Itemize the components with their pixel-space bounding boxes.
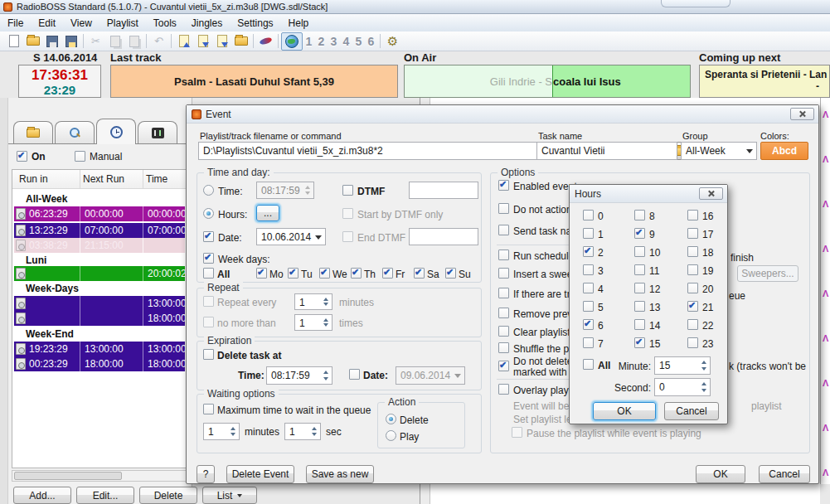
spin-up-icon[interactable] [701, 361, 706, 364]
end-dtmf-field[interactable] [409, 228, 478, 245]
end-dtmf-checkbox[interactable] [342, 231, 353, 242]
cut-button[interactable]: ✂ [86, 33, 105, 50]
menu-file[interactable]: File [0, 16, 31, 31]
expiration-date-checkbox[interactable] [349, 369, 360, 380]
jingle-slot-1[interactable]: 1 [303, 35, 315, 48]
copy-button[interactable] [105, 33, 124, 50]
schedule-row[interactable]: 00:23:29 18:00:00 18:00:00 [14, 356, 185, 371]
hour-15-checkbox[interactable] [634, 337, 645, 348]
enabled-event-checkbox[interactable] [498, 180, 509, 191]
new-playlist-button[interactable] [4, 33, 23, 50]
hour-20-checkbox[interactable] [687, 283, 698, 293]
hours-ellipsis-button[interactable]: ... [256, 205, 279, 221]
expiration-date-combobox[interactable]: 09.06.2014 [396, 366, 465, 385]
spin-down-icon[interactable] [323, 303, 328, 306]
hour-8-checkbox[interactable] [634, 210, 645, 220]
day-we-checkbox[interactable] [319, 268, 330, 279]
window-caption-buttons[interactable] [661, 0, 730, 7]
tab-scheduler[interactable] [96, 119, 136, 144]
jingle-add-end-button[interactable] [212, 33, 231, 50]
hour-10-checkbox[interactable] [634, 246, 645, 257]
list-button[interactable]: List [202, 487, 257, 504]
event-ok-button[interactable]: OK [696, 465, 745, 483]
hour-3-checkbox[interactable] [583, 264, 594, 275]
send-task-checkbox[interactable] [498, 225, 509, 235]
day-all-checkbox[interactable] [203, 268, 214, 279]
network-button[interactable] [281, 32, 303, 51]
date-checkbox[interactable] [203, 231, 214, 242]
hour-22-checkbox[interactable] [687, 319, 698, 330]
menu-settings[interactable]: Settings [230, 16, 280, 31]
hour-16-checkbox[interactable] [687, 210, 698, 220]
help-button[interactable]: ? [197, 465, 215, 483]
sweepers-button[interactable]: Sweepers... [737, 265, 798, 282]
tab-mixer[interactable] [138, 121, 177, 143]
schedule-row[interactable]: 13:23:29 07:00:00 07:00:00 [14, 223, 185, 238]
schedule-row[interactable]: 18:00:00 [14, 311, 185, 326]
event-cancel-button[interactable]: Cancel [759, 465, 810, 483]
schedule-row[interactable]: 19:23:29 13:00:00 13:00:00 [14, 342, 185, 356]
hour-5-checkbox[interactable] [583, 301, 594, 312]
hour-1-checkbox[interactable] [583, 228, 594, 239]
event-dialog-titlebar[interactable]: Event [187, 105, 818, 124]
wait-minutes-spinner[interactable]: 1 [203, 423, 240, 440]
delete-event-button[interactable]: Delete Event [226, 465, 294, 483]
jingle-slot-5[interactable]: 5 [352, 35, 365, 48]
spin-down-icon[interactable] [312, 433, 317, 436]
hour-0-checkbox[interactable] [583, 210, 594, 220]
column-time[interactable]: Time [146, 173, 167, 185]
overlay-checkbox[interactable] [498, 384, 509, 395]
action-delete-radio[interactable] [386, 414, 396, 424]
hour-19-checkbox[interactable] [687, 264, 698, 275]
hour-23-checkbox[interactable] [687, 337, 698, 348]
menu-playlist[interactable]: Playlist [100, 16, 146, 31]
hour-17-checkbox[interactable] [687, 228, 698, 239]
spin-down-icon[interactable] [701, 367, 706, 371]
tab-search[interactable] [55, 121, 95, 143]
repeat-every-spinner[interactable]: 1 [294, 293, 332, 310]
add-button[interactable]: Add... [13, 487, 71, 504]
hours-all-checkbox[interactable] [583, 359, 594, 370]
colors-button[interactable]: Abcd [760, 142, 808, 160]
edit-button[interactable]: Edit... [76, 487, 134, 504]
spin-up-icon[interactable] [305, 186, 310, 189]
jingle-add-next-button[interactable] [193, 33, 212, 50]
day-fr-checkbox[interactable] [382, 268, 393, 279]
spin-up-icon[interactable] [231, 427, 235, 430]
hour-2-checkbox[interactable] [583, 246, 594, 257]
jingle-folder-button[interactable] [231, 33, 250, 50]
day-sa-checkbox[interactable] [414, 268, 425, 279]
schedule-row[interactable]: 06:23:29 00:00:00 00:00:00 [14, 206, 185, 221]
spin-down-icon[interactable] [323, 323, 328, 327]
hour-14-checkbox[interactable] [634, 319, 645, 330]
spin-down-icon[interactable] [701, 389, 706, 392]
time-spinner[interactable]: 08:17:59 [256, 182, 314, 199]
save-playlist-button[interactable] [42, 33, 61, 50]
spin-up-icon[interactable] [323, 318, 328, 322]
day-th-checkbox[interactable] [351, 268, 362, 279]
action-play-radio[interactable] [386, 430, 396, 441]
hours-close-button[interactable] [699, 187, 723, 200]
settings-button[interactable]: ⚙ [383, 33, 402, 50]
menu-view[interactable]: View [63, 16, 100, 31]
pause-playlist-checkbox[interactable] [512, 427, 522, 438]
if-tracks-checkbox[interactable] [498, 288, 509, 298]
hour-6-checkbox[interactable] [583, 319, 594, 330]
spin-down-icon[interactable] [231, 433, 235, 436]
group-combobox[interactable]: All-Week [681, 142, 757, 160]
hour-12-checkbox[interactable] [634, 283, 645, 293]
second-spinner[interactable]: 0 [654, 378, 711, 396]
tab-files[interactable] [13, 121, 53, 143]
paste-button[interactable] [124, 33, 143, 50]
delete-task-at-checkbox[interactable] [203, 349, 214, 360]
start-dtmf-checkbox[interactable] [342, 208, 353, 219]
hour-9-checkbox[interactable] [634, 228, 645, 239]
schedule-hscrollbar[interactable] [12, 470, 187, 482]
menu-tools[interactable]: Tools [146, 16, 184, 31]
run-scheduled-checkbox[interactable] [498, 250, 509, 260]
no-more-than-spinner[interactable]: 1 [294, 314, 332, 331]
minute-spinner[interactable]: 15 [654, 356, 711, 375]
scrollbar-thumb[interactable] [14, 472, 122, 480]
spin-up-icon[interactable] [323, 298, 328, 301]
no-more-than-checkbox[interactable] [203, 317, 214, 327]
